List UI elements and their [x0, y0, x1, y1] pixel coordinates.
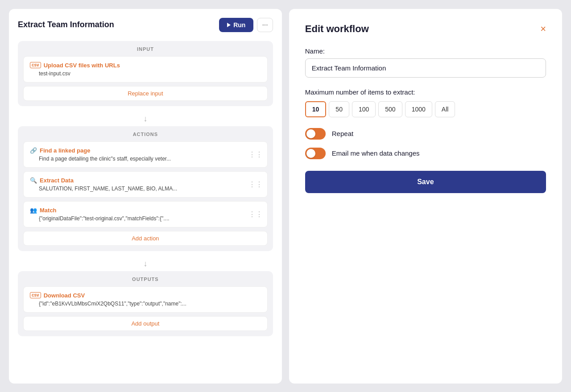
- upload-title: csv Upload CSV files with URLs: [30, 62, 261, 69]
- csv-icon: csv: [30, 62, 41, 68]
- email-toggle-row: Email me when data changes: [305, 148, 546, 159]
- close-icon: ×: [540, 23, 546, 34]
- actions-section: ACTIONS 🔗 Find a linked page Find a page…: [18, 126, 273, 251]
- pill-1000[interactable]: 1000: [405, 101, 432, 117]
- edit-workflow-title: Edit workflow: [305, 23, 369, 35]
- download-csv-title: csv Download CSV: [30, 292, 261, 299]
- email-label: Email me when data changes: [332, 149, 420, 157]
- extract-data-sub: SALUTATION, FIRST_NAME, LAST_NAME, BIO, …: [39, 186, 261, 192]
- repeat-label: Repeat: [332, 130, 353, 137]
- extract-data-dots[interactable]: ⋮⋮: [248, 180, 263, 189]
- run-label: Run: [233, 21, 245, 29]
- add-action-link[interactable]: Add action: [23, 231, 268, 246]
- extract-icon: 🔍: [30, 177, 37, 184]
- actions-label: ACTIONS: [23, 132, 268, 137]
- match-sub: {"originalDataFile":"test-original.csv",…: [39, 215, 261, 222]
- match-icon: 👥: [30, 207, 37, 214]
- output-download-csv: csv Download CSV {"id":"eB1KvVLbMbsCmiX2…: [23, 286, 268, 313]
- find-page-title: 🔗 Find a linked page: [30, 147, 261, 154]
- action-find-linked-page: 🔗 Find a linked page Find a page detaili…: [23, 141, 268, 168]
- pill-100[interactable]: 100: [352, 101, 376, 117]
- input-label: INPUT: [23, 46, 268, 52]
- download-csv-sub: {"id":"eB1KvVLbMbsCmiX2QbQS11","type":"o…: [39, 301, 261, 307]
- input-section: INPUT csv Upload CSV files with URLs tes…: [18, 41, 273, 106]
- email-toggle-track: [305, 148, 326, 159]
- workflow-title: Extract Team Information: [18, 20, 114, 29]
- email-toggle[interactable]: [305, 148, 326, 159]
- add-output-link[interactable]: Add output: [23, 316, 268, 331]
- save-button[interactable]: Save: [305, 171, 546, 193]
- left-header: Extract Team Information Run ···: [18, 18, 273, 32]
- repeat-toggle-track: [305, 128, 326, 140]
- repeat-toggle-row: Repeat: [305, 128, 546, 140]
- link-icon: 🔗: [30, 147, 37, 154]
- more-button[interactable]: ···: [257, 18, 273, 32]
- pill-50[interactable]: 50: [329, 101, 349, 117]
- repeat-toggle-thumb: [306, 129, 315, 138]
- close-button[interactable]: ×: [540, 24, 546, 34]
- save-label: Save: [417, 178, 434, 186]
- pill-500[interactable]: 500: [378, 101, 402, 117]
- find-page-dots[interactable]: ⋮⋮: [248, 150, 263, 159]
- extract-data-title: 🔍 Extract Data: [30, 177, 261, 184]
- workflow-name-input[interactable]: [305, 58, 546, 78]
- more-dots: ···: [262, 21, 268, 29]
- output-csv-icon: csv: [30, 292, 41, 298]
- match-dots[interactable]: ⋮⋮: [248, 210, 263, 219]
- pill-all[interactable]: All: [435, 101, 455, 117]
- pill-10[interactable]: 10: [305, 101, 327, 117]
- run-button[interactable]: Run: [219, 18, 253, 32]
- match-title: 👥 Match: [30, 207, 261, 214]
- edit-header: Edit workflow ×: [305, 23, 546, 35]
- action-match: 👥 Match {"originalDataFile":"test-origin…: [23, 201, 268, 227]
- header-actions: Run ···: [219, 18, 273, 32]
- upload-card: csv Upload CSV files with URLs test-inpu…: [23, 56, 268, 83]
- arrow-down-2: ↓: [18, 259, 273, 268]
- replace-input-link[interactable]: Replace input: [23, 86, 268, 101]
- play-icon: [227, 23, 231, 27]
- outputs-label: OUTPUTS: [23, 276, 268, 282]
- name-label: Name:: [305, 47, 546, 55]
- right-panel: Edit workflow × Name: Maximum number of …: [289, 9, 562, 384]
- upload-sub: test-input.csv: [39, 70, 261, 77]
- action-extract-data: 🔍 Extract Data SALUTATION, FIRST_NAME, L…: [23, 171, 268, 198]
- max-items-label: Maximum number of items to extract:: [305, 88, 546, 96]
- repeat-toggle[interactable]: [305, 128, 326, 140]
- find-page-sub: Find a page detailing the clinic"s staff…: [39, 156, 261, 162]
- left-panel: Extract Team Information Run ··· INPUT c…: [9, 9, 282, 384]
- arrow-down-1: ↓: [18, 114, 273, 124]
- outputs-section: OUTPUTS csv Download CSV {"id":"eB1KvVLb…: [18, 271, 273, 336]
- pill-group: 10501005001000All: [305, 101, 546, 117]
- email-toggle-thumb: [306, 149, 315, 158]
